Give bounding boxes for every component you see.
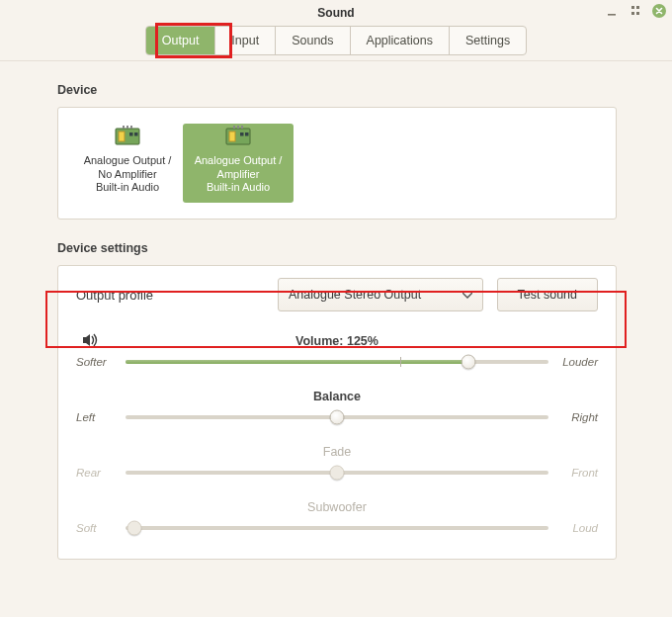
maximize-button[interactable] — [629, 4, 642, 18]
tab-output[interactable]: Output — [146, 27, 216, 54]
subwoofer-slider — [126, 521, 548, 535]
tabs-row: Output Input Sounds Applications Setting… — [0, 26, 672, 61]
svg-rect-1 — [631, 6, 634, 9]
balance-title: Balance — [313, 390, 361, 403]
svg-rect-18 — [237, 126, 239, 129]
fade-block: Fade Rear Front — [76, 440, 598, 485]
device-card-amp[interactable]: Analogue Output / Amplifier Built-in Aud… — [183, 124, 294, 203]
output-profile-select[interactable]: Analogue Stereo Output — [278, 278, 483, 311]
tab-settings[interactable]: Settings — [450, 27, 526, 54]
fade-front-label: Front — [558, 467, 598, 479]
fade-slider — [126, 466, 548, 480]
device-line: Built-in Audio — [207, 181, 270, 195]
svg-rect-10 — [123, 126, 125, 129]
tab-sounds[interactable]: Sounds — [276, 27, 350, 54]
svg-rect-9 — [134, 132, 138, 136]
tab-input[interactable]: Input — [215, 27, 276, 54]
test-sound-button[interactable]: Test sound — [497, 278, 598, 311]
window-controls — [605, 4, 666, 18]
balance-right-label: Right — [558, 411, 598, 423]
device-section-label: Device — [57, 83, 617, 97]
device-line: Built-in Audio — [96, 181, 159, 195]
sub-loud-label: Loud — [558, 522, 598, 534]
volume-softer-label: Softer — [76, 356, 116, 368]
fade-title: Fade — [323, 445, 352, 459]
svg-rect-8 — [129, 132, 133, 136]
balance-slider[interactable] — [126, 410, 548, 424]
select-value: Analogue Stereo Output — [289, 288, 421, 302]
chevron-down-icon — [462, 288, 472, 302]
svg-rect-12 — [130, 126, 132, 129]
soundcard-icon — [115, 126, 140, 151]
volume-slider[interactable] — [126, 355, 548, 369]
volume-block: Volume: 125% Softer Louder — [76, 329, 598, 375]
svg-rect-2 — [636, 6, 639, 9]
svg-rect-14 — [229, 132, 235, 141]
close-button[interactable] — [652, 4, 666, 18]
volume-title: Volume: 125% — [295, 334, 378, 348]
subwoofer-block: Subwoofer Soft Loud — [76, 495, 598, 541]
minimize-button[interactable] — [605, 4, 619, 18]
svg-rect-0 — [608, 14, 616, 16]
svg-rect-15 — [240, 132, 244, 136]
output-profile-label: Output profile — [76, 288, 264, 303]
soundcard-icon — [225, 126, 251, 151]
device-line: No Amplifier — [98, 168, 156, 182]
device-settings-panel: Output profile Analogue Stereo Output Te… — [57, 265, 617, 560]
svg-rect-11 — [126, 126, 128, 129]
svg-rect-7 — [119, 132, 125, 141]
device-line: Analogue Output / — [84, 154, 172, 168]
titlebar: Sound — [0, 0, 672, 26]
profile-row: Output profile Analogue Stereo Output Te… — [76, 278, 598, 311]
balance-block: Balance Left Right — [76, 385, 598, 430]
volume-louder-label: Louder — [558, 356, 598, 368]
device-line: Analogue Output / — [195, 154, 283, 168]
svg-rect-17 — [233, 126, 235, 129]
balance-left-label: Left — [76, 411, 116, 423]
subwoofer-title: Subwoofer — [307, 500, 367, 514]
device-line: Amplifier — [217, 168, 260, 182]
fade-rear-label: Rear — [76, 467, 116, 479]
device-settings-label: Device settings — [57, 241, 617, 255]
device-list: Analogue Output / No Amplifier Built-in … — [57, 107, 617, 220]
sub-soft-label: Soft — [76, 522, 116, 534]
svg-rect-3 — [631, 12, 634, 15]
svg-rect-4 — [636, 12, 639, 15]
tab-applications[interactable]: Applications — [351, 27, 450, 54]
window-title: Sound — [317, 6, 354, 20]
svg-rect-19 — [241, 126, 243, 129]
device-card-no-amp[interactable]: Analogue Output / No Amplifier Built-in … — [72, 124, 183, 203]
tabs: Output Input Sounds Applications Setting… — [145, 26, 527, 55]
volume-icon[interactable] — [82, 332, 100, 351]
svg-rect-16 — [245, 132, 249, 136]
